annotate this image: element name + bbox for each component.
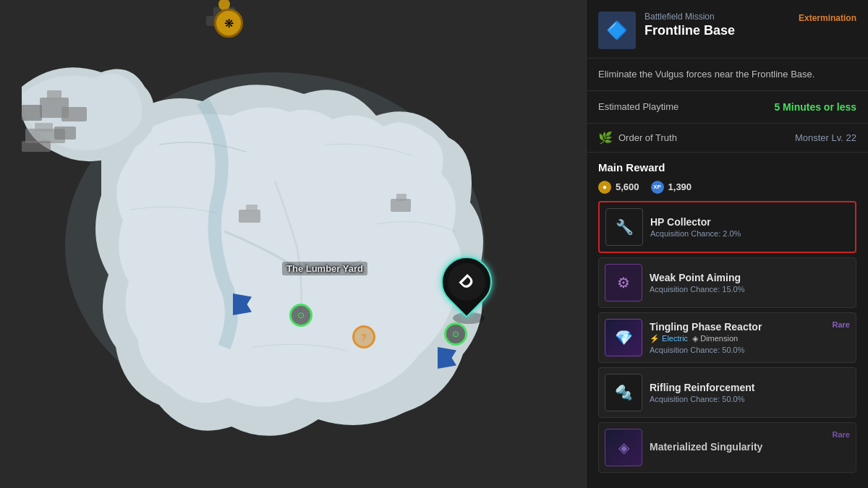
phase-reactor-tags: ⚡ Electric ◈ Dimension [650, 334, 825, 343]
objective-marker-2[interactable]: ⊙ [444, 322, 467, 346]
phase-reactor-name: Tingling Phase Reactor [650, 321, 825, 333]
mission-type-label: Battlefield Mission [644, 12, 790, 22]
svg-rect-14 [246, 205, 258, 212]
dimension-tag: ◈ Dimension [692, 334, 738, 343]
mission-type-icon: 🔷 [606, 20, 628, 40]
rifling-info: Rifling Reinforcement Acquisition Chance… [650, 382, 850, 403]
singularity-name: Materialized Singularity [650, 441, 825, 453]
svg-rect-8 [61, 107, 87, 121]
singularity-icon-wrap: ◈ [605, 429, 642, 466]
xp-icon: XP [651, 181, 664, 194]
hp-collector-icon: 🔧 [616, 218, 634, 236]
reward-item-singularity[interactable]: ◈ Materialized Singularity Rare [598, 422, 856, 473]
mission-name: Frontline Base [644, 23, 790, 39]
rifling-name: Rifling Reinforcement [650, 382, 850, 393]
svg-rect-7 [22, 105, 42, 121]
rifling-icon-wrap: 🔩 [605, 374, 642, 411]
rifling-chance: Acquisition Chance: 50.0% [650, 395, 850, 403]
monster-level: Monster Lv. 22 [795, 132, 856, 143]
gold-amount: 5,600 [616, 181, 639, 192]
mission-title-block: Battlefield Mission Frontline Base [644, 12, 790, 39]
weak-point-name: Weak Point Aiming [650, 272, 850, 283]
flag-marker-2[interactable] [438, 347, 456, 369]
xp-amount: 1,390 [668, 181, 692, 192]
playtime-row: Estimated Playtime 5 Minutes or less [587, 91, 868, 124]
question-marker[interactable]: ? [352, 325, 375, 348]
svg-rect-11 [54, 127, 76, 140]
phase-reactor-chance: Acquisition Chance: 50.0% [650, 346, 825, 354]
xp-currency: XP 1,390 [651, 181, 692, 194]
mission-tag: Extermination [799, 13, 856, 23]
singularity-rarity: Rare [833, 429, 850, 440]
reward-item-hp-collector[interactable]: 🔧 HP Collector Acquisition Chance: 2.0% [598, 201, 856, 253]
weak-point-icon: ⚙ [617, 274, 630, 291]
reward-section: Main Reward ● 5,600 XP 1,390 🔧 HP Collec… [587, 153, 868, 479]
weak-point-info: Weak Point Aiming Acquisition Chance: 15… [650, 272, 850, 294]
faction-row: 🌿 Order of Truth Monster Lv. 22 [587, 124, 868, 153]
gold-icon: ● [598, 181, 611, 194]
phase-reactor-icon-wrap: 💎 [605, 319, 642, 356]
sidebar: 🔷 Battlefield Mission Frontline Base Ext… [586, 0, 868, 488]
rifling-icon: 🔩 [615, 384, 633, 401]
map-area: D The Lumber Yard ⊙ ⊙ ? ❋ [0, 0, 586, 488]
phase-reactor-rarity: Rare [833, 319, 850, 330]
currency-row: ● 5,600 XP 1,390 [598, 181, 856, 194]
faction-left: 🌿 Order of Truth [598, 131, 677, 145]
reward-item-rifling[interactable]: 🔩 Rifling Reinforcement Acquisition Chan… [598, 367, 856, 418]
hp-collector-chance: Acquisition Chance: 2.0% [650, 229, 849, 238]
electric-tag: ⚡ Electric [650, 334, 688, 343]
mission-header: 🔷 Battlefield Mission Frontline Base Ext… [587, 0, 868, 59]
mission-icon-wrap: 🔷 [598, 12, 636, 49]
reward-item-weak-point[interactable]: ⚙ Weak Point Aiming Acquisition Chance: … [598, 257, 856, 308]
hp-collector-name: HP Collector [650, 216, 849, 228]
singularity-info: Materialized Singularity [650, 441, 825, 454]
svg-rect-12 [22, 141, 51, 152]
svg-rect-16 [396, 194, 407, 201]
phase-reactor-info: Tingling Phase Reactor ⚡ Electric ◈ Dime… [650, 321, 825, 354]
hp-collector-info: HP Collector Acquisition Chance: 2.0% [650, 216, 849, 238]
reward-section-title: Main Reward [598, 161, 856, 174]
hp-collector-icon-wrap: 🔧 [605, 208, 643, 246]
pin-letter: D [455, 270, 478, 294]
main-pin-marker[interactable]: D [441, 257, 492, 318]
weak-point-icon-wrap: ⚙ [605, 264, 642, 301]
reward-item-phase-reactor[interactable]: 💎 Tingling Phase Reactor ⚡ Electric ◈ Di… [598, 312, 856, 363]
svg-rect-10 [35, 123, 53, 132]
top-marker: ❋ [214, 9, 243, 38]
location-label: The Lumber Yard [282, 262, 367, 275]
objective-marker-1[interactable]: ⊙ [289, 304, 312, 327]
faction-icon: 🌿 [598, 131, 613, 145]
flag-marker-1[interactable] [233, 294, 252, 315]
mission-description: Eliminate the Vulgus forces near the Fro… [587, 59, 868, 91]
playtime-value: 5 Minutes or less [774, 101, 856, 113]
faction-name: Order of Truth [618, 132, 677, 143]
gold-currency: ● 5,600 [598, 181, 639, 194]
weak-point-chance: Acquisition Chance: 15.0% [650, 285, 850, 294]
singularity-icon: ◈ [618, 439, 629, 456]
phase-reactor-icon: 💎 [615, 329, 633, 346]
playtime-label: Estimated Playtime [598, 101, 678, 112]
svg-rect-6 [47, 90, 61, 100]
